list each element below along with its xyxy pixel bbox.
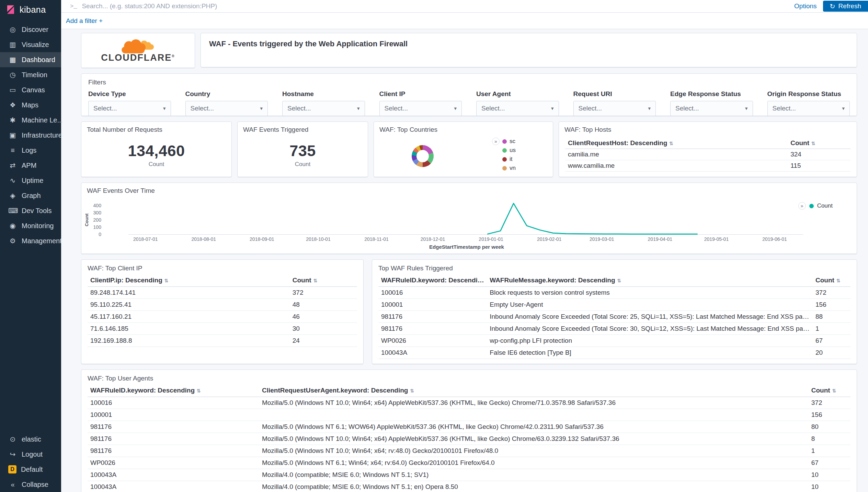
sidebar-item-dev-tools[interactable]: ⌨Dev Tools bbox=[0, 203, 61, 218]
table-cell: 1 bbox=[813, 323, 850, 335]
legend-item[interactable]: »sc bbox=[492, 137, 516, 146]
sidebar-item-apm[interactable]: ⇄APM bbox=[0, 158, 61, 173]
legend-toggle-icon[interactable]: » bbox=[492, 138, 500, 145]
svg-text:2019-05-01: 2019-05-01 bbox=[704, 236, 729, 242]
sort-icon: ⇅ bbox=[313, 278, 318, 283]
legend-item[interactable]: us bbox=[492, 146, 516, 155]
filter-select-device-type[interactable]: Select...▾ bbox=[88, 101, 171, 116]
kibana-logo[interactable]: kibana bbox=[0, 0, 61, 19]
refresh-button[interactable]: ↻ Refresh bbox=[823, 1, 868, 12]
sidebar-item-management[interactable]: ⚙Management bbox=[0, 233, 61, 248]
column-header[interactable]: WAFRuleID.keyword: Descending⇅ bbox=[88, 384, 259, 397]
filter-select-request-uri[interactable]: Select...▾ bbox=[573, 101, 656, 116]
legend-item[interactable]: it bbox=[492, 155, 516, 164]
sidebar-item-canvas[interactable]: ▭Canvas bbox=[0, 82, 61, 97]
filter-select-client-ip[interactable]: Select...▾ bbox=[379, 101, 462, 116]
search-input[interactable] bbox=[81, 2, 794, 10]
sidebar-item-timelion[interactable]: ◷Timelion bbox=[0, 67, 61, 82]
sort-icon: ⇅ bbox=[669, 141, 673, 146]
svg-text:2018-11-01: 2018-11-01 bbox=[364, 236, 389, 242]
table-row: 100043AMozilla/4.0 (compatible; MSIE 6.0… bbox=[88, 469, 850, 481]
column-header[interactable]: Count⇅ bbox=[788, 138, 850, 149]
column-header[interactable]: Count⇅ bbox=[290, 274, 357, 287]
filter-label: Origin Response Status bbox=[767, 90, 850, 98]
sidebar-item-infrastructure[interactable]: ▣Infrastructure bbox=[0, 128, 61, 143]
top-user-agents-panel: WAF: Top User Agents WAFRuleID.keyword: … bbox=[81, 370, 857, 492]
sort-icon: ⇅ bbox=[164, 278, 169, 283]
sidebar-item-label: Dev Tools bbox=[22, 207, 52, 215]
filter-label: Edge Response Status bbox=[670, 90, 753, 98]
table-cell: 1 bbox=[809, 445, 850, 457]
table-cell: camilia.me bbox=[565, 149, 788, 160]
sidebar-item-logout[interactable]: ↪Logout bbox=[0, 447, 61, 462]
column-header[interactable]: ClientRequestHost: Descending⇅ bbox=[565, 138, 788, 149]
sidebar-item-default-space[interactable]: DDefault bbox=[0, 462, 61, 477]
sidebar-item-avatar[interactable]: ⊙elastic bbox=[0, 432, 61, 447]
metrics-row: Total Number of Requests 134,460 Count W… bbox=[81, 121, 857, 177]
legend-dot bbox=[502, 148, 507, 153]
sidebar-item-logs[interactable]: ≡Logs bbox=[0, 143, 61, 158]
svg-text:300: 300 bbox=[93, 210, 102, 215]
sidebar-item-collapse[interactable]: «Collapse bbox=[0, 477, 61, 492]
table-cell: 24 bbox=[290, 335, 357, 347]
sidebar-item-visualize[interactable]: ▥Visualize bbox=[0, 37, 61, 52]
chevron-down-icon: ▾ bbox=[357, 105, 360, 112]
infrastructure-icon: ▣ bbox=[8, 131, 17, 139]
svg-text:Count: Count bbox=[84, 213, 89, 226]
sidebar-item-label: Machine Le... bbox=[22, 116, 63, 124]
table-row: 100043AMozilla/4.0 (compatible; MSIE 6.0… bbox=[88, 481, 850, 492]
tables-row: WAF: Top Client IP ClientIP.ip: Descendi… bbox=[81, 259, 857, 364]
filter-select-user-agent[interactable]: Select...▾ bbox=[476, 101, 559, 116]
collapse-icon: « bbox=[8, 481, 17, 489]
logout-icon: ↪ bbox=[8, 450, 17, 458]
select-placeholder: Select... bbox=[287, 105, 311, 112]
apm-icon: ⇄ bbox=[8, 161, 17, 169]
sort-icon: ⇅ bbox=[811, 141, 815, 146]
select-placeholder: Select... bbox=[191, 105, 214, 112]
svg-text:2019-06-01: 2019-06-01 bbox=[762, 236, 787, 242]
column-header[interactable]: ClientIP.ip: Descending⇅ bbox=[88, 274, 290, 287]
legend-toggle-icon[interactable]: » bbox=[798, 202, 806, 210]
table-row: 100016Mozilla/5.0 (Windows NT 10.0; Win6… bbox=[88, 397, 850, 409]
select-placeholder: Select... bbox=[93, 105, 117, 112]
table-cell: 372 bbox=[813, 287, 850, 299]
timelion-icon: ◷ bbox=[8, 71, 17, 79]
events-over-time-chart[interactable]: 01002003004002018-07-012018-08-012018-09… bbox=[81, 183, 857, 254]
legend-dot bbox=[502, 157, 507, 162]
avatar-icon: ⊙ bbox=[8, 435, 17, 443]
column-header[interactable]: Count⇅ bbox=[813, 274, 850, 287]
sidebar-item-dashboard[interactable]: ▦Dashboard bbox=[0, 52, 61, 67]
sidebar-item-uptime[interactable]: ∿Uptime bbox=[0, 173, 61, 188]
legend-label[interactable]: Count bbox=[817, 202, 833, 209]
machine-learning-icon: ✱ bbox=[8, 116, 17, 124]
table-row: 981176Inbound Anomaly Score Exceeded (To… bbox=[378, 323, 850, 335]
sidebar-item-machine-learning[interactable]: ✱Machine Le... bbox=[0, 113, 61, 128]
table-cell: 156 bbox=[813, 299, 850, 311]
table-cell: 100043A bbox=[378, 347, 487, 359]
legend-item[interactable]: vn bbox=[492, 164, 516, 173]
table-row: 100001156 bbox=[88, 409, 850, 421]
data-table: WAFRuleID.keyword: Descending⇅ClientRequ… bbox=[88, 384, 850, 492]
filter-select-origin-response-status[interactable]: Select...▾ bbox=[767, 101, 850, 116]
options-link[interactable]: Options bbox=[794, 2, 816, 10]
filter-select-edge-response-status[interactable]: Select...▾ bbox=[670, 101, 753, 116]
sidebar-item-monitoring[interactable]: ◉Monitoring bbox=[0, 218, 61, 233]
query-prompt-icon: >_ bbox=[70, 3, 77, 10]
sidebar-item-label: Canvas bbox=[22, 86, 45, 94]
sidebar-item-discover[interactable]: ◎Discover bbox=[0, 22, 61, 37]
sidebar-item-maps[interactable]: ❖Maps bbox=[0, 97, 61, 113]
column-header[interactable]: ClientRequestUserAgent.keyword: Descendi… bbox=[259, 384, 809, 397]
metric-value: 735 bbox=[289, 142, 316, 160]
add-filter-link[interactable]: Add a filter + bbox=[66, 17, 103, 25]
column-header[interactable]: Count⇅ bbox=[809, 384, 850, 397]
refresh-label: Refresh bbox=[838, 2, 861, 10]
filter-select-hostname[interactable]: Select...▾ bbox=[282, 101, 365, 116]
filter-select-country[interactable]: Select...▾ bbox=[185, 101, 268, 116]
data-table: ClientRequestHost: Descending⇅Count⇅cami… bbox=[565, 138, 850, 172]
cloudflare-wordmark: CLOUDFLARE® bbox=[101, 53, 175, 62]
column-header[interactable]: WAFRuleMessage.keyword: Descending⇅ bbox=[487, 274, 813, 287]
sidebar-item-graph[interactable]: ◈Graph bbox=[0, 188, 61, 203]
column-header[interactable]: WAFRuleID.keyword: Descending⇅ bbox=[378, 274, 487, 287]
countries-donut-chart[interactable] bbox=[412, 145, 434, 167]
metric-label: Count bbox=[149, 161, 164, 168]
